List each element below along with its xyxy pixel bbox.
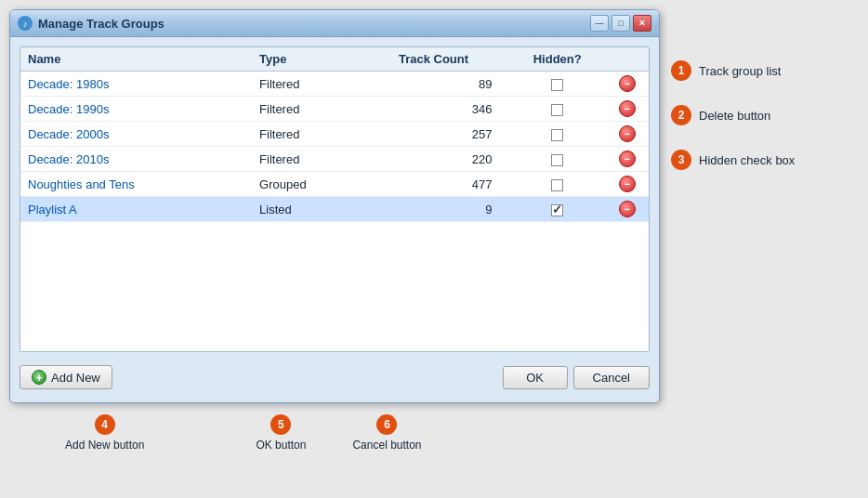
hidden-checkbox[interactable] — [551, 129, 563, 141]
add-new-label: Add New — [51, 371, 100, 385]
annotation-1: 1 Track group list — [671, 60, 795, 81]
row-delete-cell: − — [615, 97, 649, 122]
row-track-count: 89 — [368, 72, 500, 97]
title-bar-left: ♪ Manage Track Groups — [18, 16, 164, 31]
add-new-button[interactable]: + Add New — [20, 365, 112, 389]
ann-label-4: Add New button — [65, 439, 144, 452]
annotation-3: 3 Hidden check box — [671, 150, 795, 170]
bottom-bar: + Add New OK Cancel — [20, 361, 650, 393]
row-name: Decade: 2010s — [20, 147, 252, 172]
type-column-header: Type — [252, 47, 368, 72]
delete-button[interactable]: − — [619, 201, 636, 217]
track-group-list: Name Type Track Count Hidden? Decade: 19… — [20, 46, 650, 352]
row-name: Decade: 1980s — [20, 72, 252, 97]
hidden-checkbox[interactable] — [551, 204, 563, 216]
ann-bubble-2: 2 — [671, 105, 691, 125]
window-icon: ♪ — [18, 16, 33, 31]
add-icon: + — [32, 370, 46, 385]
row-track-count: 220 — [368, 147, 500, 172]
row-type: Grouped — [252, 172, 368, 197]
ann-bubble-5: 5 — [270, 414, 291, 435]
row-track-count: 346 — [368, 97, 500, 122]
empty-rows-area — [20, 221, 649, 351]
table-body: Decade: 1980sFiltered89−Decade: 1990sFil… — [20, 72, 649, 222]
cancel-button[interactable]: Cancel — [573, 366, 650, 389]
minimize-button[interactable]: — — [590, 15, 609, 32]
row-type: Filtered — [252, 147, 368, 172]
right-annotations: 1 Track group list 2 Delete button 3 Hid… — [671, 9, 795, 181]
table-row[interactable]: Decade: 2010sFiltered220− — [20, 147, 649, 172]
bottom-annotations: 4 Add New button 5 OK button 6 Cancel bu… — [9, 403, 795, 452]
ann-label-2: Delete button — [699, 109, 770, 123]
row-name: Noughties and Tens — [20, 172, 252, 197]
hidden-column-header: Hidden? — [499, 47, 615, 72]
table-row[interactable]: Noughties and TensGrouped477− — [20, 172, 649, 197]
row-type: Listed — [252, 197, 368, 222]
bottom-ann-row: 4 Add New button 5 OK button 6 Cancel bu… — [19, 409, 422, 452]
maximize-button[interactable]: □ — [612, 15, 630, 32]
annotation-2: 2 Delete button — [671, 105, 795, 125]
ok-button[interactable]: OK — [503, 366, 568, 389]
hidden-checkbox[interactable] — [551, 179, 563, 191]
row-track-count: 9 — [368, 197, 500, 222]
delete-column-header — [615, 47, 649, 72]
ann-label-5: OK button — [256, 439, 306, 452]
ann-bubble-1: 1 — [671, 60, 691, 81]
delete-button[interactable]: − — [619, 176, 636, 192]
row-hidden-cell — [499, 172, 615, 197]
table-row[interactable]: Playlist AListed9− — [20, 197, 649, 222]
row-hidden-cell — [499, 97, 615, 122]
row-name: Playlist A — [20, 197, 252, 222]
ann-label-3: Hidden check box — [699, 153, 795, 167]
window-body: Name Type Track Count Hidden? Decade: 19… — [10, 37, 659, 402]
table-row[interactable]: Decade: 2000sFiltered257− — [20, 122, 649, 147]
hidden-checkbox[interactable] — [551, 154, 563, 166]
hidden-checkbox[interactable] — [551, 79, 563, 91]
main-row: ♪ Manage Track Groups — □ ✕ Name — [9, 9, 795, 403]
bottom-ann-4: 4 Add New button — [65, 414, 144, 452]
delete-button[interactable]: − — [619, 125, 636, 142]
delete-button[interactable]: − — [619, 151, 636, 167]
ann-label-6: Cancel button — [352, 439, 421, 452]
row-name: Decade: 1990s — [20, 97, 252, 122]
page-wrapper: ♪ Manage Track Groups — □ ✕ Name — [9, 9, 795, 452]
manage-track-groups-window: ♪ Manage Track Groups — □ ✕ Name — [9, 9, 660, 403]
ann-bubble-6: 6 — [376, 414, 397, 435]
bottom-ann-56: 5 OK button 6 Cancel button — [256, 414, 421, 452]
delete-button[interactable]: − — [619, 75, 636, 92]
row-track-count: 257 — [368, 122, 500, 147]
track-groups-table: Name Type Track Count Hidden? Decade: 19… — [20, 47, 649, 221]
ann-bubble-4: 4 — [95, 414, 115, 435]
title-bar: ♪ Manage Track Groups — □ ✕ — [10, 10, 659, 37]
close-button[interactable]: ✕ — [633, 15, 651, 32]
right-buttons: OK Cancel — [503, 366, 650, 389]
row-delete-cell: − — [615, 72, 649, 97]
row-type: Filtered — [252, 97, 368, 122]
bottom-ann-5: 5 OK button — [256, 414, 306, 452]
hidden-checkbox[interactable] — [551, 104, 563, 116]
window-title: Manage Track Groups — [38, 17, 164, 31]
bottom-ann-6: 6 Cancel button — [352, 414, 421, 452]
row-name: Decade: 2000s — [20, 122, 252, 147]
name-column-header: Name — [20, 47, 252, 72]
row-hidden-cell — [499, 72, 615, 97]
row-hidden-cell — [499, 122, 615, 147]
row-delete-cell: − — [615, 122, 649, 147]
track-count-column-header: Track Count — [368, 47, 500, 72]
row-delete-cell: − — [615, 197, 649, 222]
row-type: Filtered — [252, 122, 368, 147]
row-type: Filtered — [252, 72, 368, 97]
table-row[interactable]: Decade: 1990sFiltered346− — [20, 97, 649, 122]
row-hidden-cell — [499, 147, 615, 172]
delete-button[interactable]: − — [619, 100, 636, 117]
title-buttons: — □ ✕ — [590, 15, 651, 32]
row-delete-cell: − — [615, 147, 649, 172]
table-row[interactable]: Decade: 1980sFiltered89− — [20, 72, 649, 97]
row-delete-cell: − — [615, 172, 649, 197]
row-track-count: 477 — [368, 172, 500, 197]
row-hidden-cell — [499, 197, 615, 222]
ann-bubble-3: 3 — [671, 150, 691, 170]
ann-label-1: Track group list — [699, 64, 781, 78]
table-header-row: Name Type Track Count Hidden? — [20, 47, 649, 72]
